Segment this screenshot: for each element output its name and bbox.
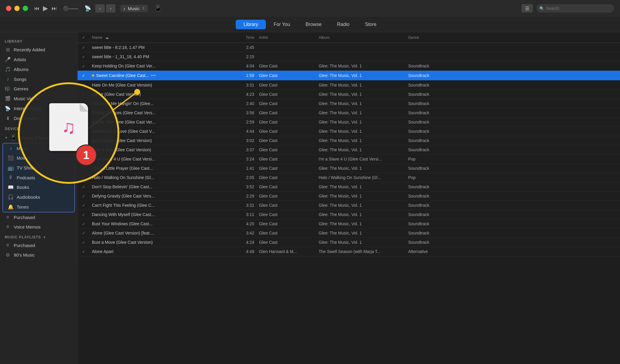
minimize-button[interactable]	[14, 6, 20, 11]
tab-library[interactable]: Library	[236, 20, 266, 29]
row-check-cell[interactable]: ✓	[78, 230, 90, 237]
devices-section-label: Devices	[0, 123, 77, 132]
table-row[interactable]: ✓Defying Gravity (Glee Cast Vers...2:29G…	[78, 192, 620, 201]
sidebar-device-movies[interactable]: ⬛ Movies	[3, 153, 74, 163]
search-input[interactable]	[546, 6, 611, 11]
table-row[interactable]: ✓Somebody to Love (Glee Cast V...4:44Gle…	[78, 127, 620, 136]
sidebar-item-artists[interactable]: 🎤 Artists	[0, 55, 77, 64]
row-check-cell[interactable]: ✓	[78, 128, 90, 135]
row-check-cell[interactable]: ✓	[78, 239, 90, 246]
table-row[interactable]: ✓Gold Digger (Glee Cast Version)3:02Glee…	[78, 136, 620, 145]
play-button[interactable]: ▶	[43, 4, 48, 12]
sidebar-device-books[interactable]: 📖 Books	[3, 182, 74, 192]
forward-button[interactable]: ›	[106, 4, 115, 13]
row-check-cell[interactable]: ✓	[78, 63, 90, 70]
th-time[interactable]: Time	[233, 34, 257, 41]
row-check-cell[interactable]: ✓	[78, 183, 90, 190]
table-row[interactable]: ✓Bust a Move (Glee Cast Version)4:24Glee…	[78, 238, 620, 247]
device-header[interactable]: ▼ 📱 Ross's iPhone	[0, 132, 77, 143]
table-row[interactable]: ✓Keep Holding On (Glee Cast Ver...4:04Gl…	[78, 61, 620, 71]
table-row[interactable]: ✓Taking Chances (Glee Cast Vers...3:56Gl…	[78, 108, 620, 118]
table-row[interactable]: ✓Alone (Glee Cast Version) [feat....3:42…	[78, 229, 620, 238]
row-check-cell[interactable]: ✓	[78, 156, 90, 163]
sidebar-device-podcasts[interactable]: 🎙 Podcasts	[3, 173, 74, 182]
row-check-cell[interactable]: ✓	[78, 248, 90, 255]
row-genre-cell	[406, 55, 459, 58]
row-check-cell[interactable]: ✓	[78, 193, 90, 200]
sidebar-item-music-videos[interactable]: 🎬 Music Videos	[0, 94, 77, 104]
row-check-cell[interactable]: ✓	[78, 211, 90, 218]
row-check-cell[interactable]: ✓	[78, 44, 90, 51]
tab-store[interactable]: Store	[357, 20, 384, 29]
sidebar-item-songs[interactable]: ♪ Songs	[0, 74, 77, 84]
row-check-cell[interactable]: ✓	[78, 146, 90, 153]
table-row[interactable]: ✓Don't Stop Believin' (Glee Cast...3:52G…	[78, 182, 620, 192]
fastforward-button[interactable]: ⏭	[52, 5, 57, 12]
row-album-cell: Glee: The Music, Vol. 1	[316, 137, 406, 144]
row-check-cell[interactable]: ✓	[78, 82, 90, 89]
table-row[interactable]: ✓Sweet Caroline (Glee Cast...•••1:58Glee…	[78, 71, 620, 81]
sidebar-device-audiobooks[interactable]: 🎧 Audiobooks	[3, 192, 74, 202]
tab-radio[interactable]: Radio	[329, 20, 357, 29]
row-check-cell[interactable]: ✓	[78, 109, 90, 116]
bell-icon: 🔔	[8, 204, 14, 210]
ellipsis-menu-button[interactable]: •••	[151, 73, 156, 78]
row-check-cell[interactable]: ✓	[78, 53, 90, 60]
sidebar-device-purchased[interactable]: ≡ Purchased	[0, 212, 77, 222]
table-row[interactable]: ✓Bust Your Windows (Glee Cast...4:20Glee…	[78, 219, 620, 229]
row-time-cell: 2:40	[233, 100, 257, 107]
close-button[interactable]	[6, 6, 11, 11]
table-row[interactable]: ✓Hate On Me (Glee Cast Version)3:31Glee …	[78, 81, 620, 90]
th-genre[interactable]: Genre	[406, 34, 459, 41]
device-icon-button[interactable]: 📱	[154, 4, 162, 12]
sidebar-device-tones[interactable]: 🔔 Tones	[3, 202, 74, 212]
sidebar-playlist-purchased[interactable]: ≡ Purchased	[0, 240, 77, 250]
source-selector[interactable]: ♪ Music ⇕	[120, 5, 148, 12]
sidebar-device-voice-memos[interactable]: ≡ Voice Memos	[0, 222, 77, 232]
table-row[interactable]: ✓sweet little - 1_31_18, 4.40 PM2:15	[78, 52, 620, 61]
sidebar-device-music[interactable]: ♪ Music	[3, 144, 74, 153]
row-time-cell: 4:20	[233, 220, 257, 227]
sidebar-item-downloaded[interactable]: ⬇ Downloaded	[0, 113, 77, 123]
tab-browse[interactable]: Browse	[298, 20, 329, 29]
sidebar-item-internet-radio[interactable]: 📡 Internet Radio	[0, 104, 77, 113]
row-artist-cell: Glee Cast	[257, 128, 316, 135]
back-button[interactable]: ‹	[95, 4, 105, 13]
row-check-cell[interactable]: ✓	[78, 137, 90, 144]
table-row[interactable]: ✓No Air (Glee Cast Version)4:23Glee Cast…	[78, 90, 620, 99]
row-check-cell[interactable]: ✓	[78, 165, 90, 172]
row-check-cell[interactable]: ✓	[78, 72, 90, 79]
album-header-label: Album	[319, 35, 330, 40]
rewind-button[interactable]: ⏮	[34, 5, 39, 12]
table-row[interactable]: ✓Maybe This Time (Glee Cast Ver...2:59Gl…	[78, 118, 620, 127]
sidebar-item-albums[interactable]: 🎵 Albums	[0, 64, 77, 74]
table-row[interactable]: ✓Halo / Walking On Sunshine (Gl...2:05Gl…	[78, 173, 620, 182]
table-row[interactable]: ✓sweet little - 8:2:18, 1.47 PM2:45	[78, 43, 620, 52]
table-row[interactable]: ✓Dancing With Myself (Glee Cast...3:11Gl…	[78, 210, 620, 219]
row-check-cell[interactable]: ✓	[78, 174, 90, 181]
row-check-cell[interactable]: ✓	[78, 202, 90, 209]
table-row[interactable]: ✓I'm a Slave 4 U (Glee Cast Versi...3:24…	[78, 155, 620, 164]
tab-for-you[interactable]: For You	[266, 20, 298, 29]
table-row[interactable]: ✓Take a Bow (Glee Cast Version)3:37Glee …	[78, 145, 620, 155]
sidebar-device-tv-shows[interactable]: 📺 TV Shows	[3, 163, 74, 173]
airplay-button[interactable]: 📡	[84, 5, 91, 12]
table-row[interactable]: ✓I Say a Little Prayer (Glee Cast...1:41…	[78, 164, 620, 173]
th-album[interactable]: Album	[316, 34, 406, 41]
list-view-button[interactable]: ☰	[522, 4, 533, 13]
table-row[interactable]: ✓Alone Apart4:49Glen Hansard & M...The S…	[78, 247, 620, 256]
th-artist[interactable]: Artist	[257, 34, 316, 41]
row-check-cell[interactable]: ✓	[78, 119, 90, 126]
sidebar-playlist-90s[interactable]: ⚙ 90's Music	[0, 250, 77, 260]
sidebar-item-recently-added[interactable]: ⊞ Recently Added	[0, 45, 77, 55]
row-check-cell[interactable]: ✓	[78, 91, 90, 98]
song-name-label: Keep Holding On (Glee Cast Ver...	[92, 64, 155, 68]
row-album-cell: Glee: The Music, Vol. 1	[316, 81, 406, 89]
row-check-cell[interactable]: ✓	[78, 220, 90, 227]
th-name[interactable]: Name ☁	[90, 34, 233, 41]
table-row[interactable]: ✓You Keep Me Hangin' On (Glee...2:40Glee…	[78, 99, 620, 108]
maximize-button[interactable]	[23, 6, 28, 11]
row-check-cell[interactable]: ✓	[78, 100, 90, 107]
table-row[interactable]: ✓Can't Fight This Feeling (Glee C...3:31…	[78, 201, 620, 210]
sidebar-item-genres[interactable]: 🎼 Genres	[0, 84, 77, 94]
